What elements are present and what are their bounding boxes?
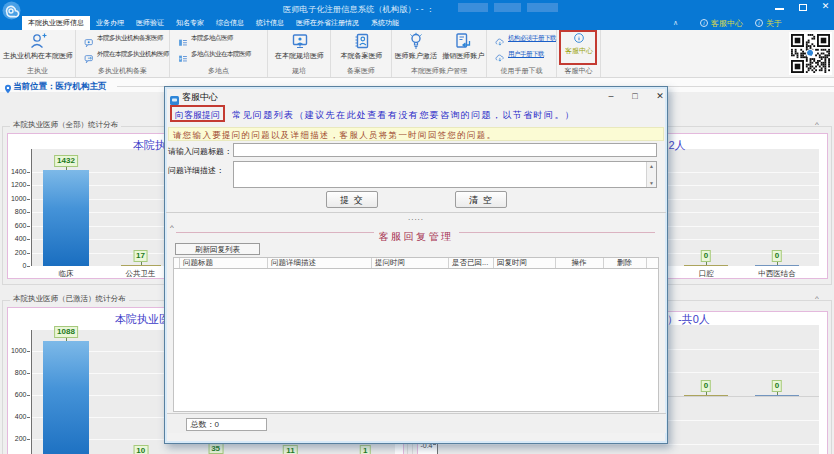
y-tick-mark [27, 395, 30, 396]
ribbon-button-多地点执业在本院医师[interactable]: 多地点执业在本院医师 [178, 49, 251, 61]
table-header-删除[interactable]: 删除 [604, 258, 647, 268]
ribbon-button-本院多执业机构备案医师[interactable]: 本院多执业机构备案医师 [84, 33, 163, 45]
value-label: 0 [772, 250, 782, 262]
tab-4[interactable]: 综合信息 [210, 16, 250, 30]
ribbon-button-本院多地点医师[interactable]: 本院多地点医师 [178, 33, 233, 45]
question-detail-textarea[interactable]: ▲ ▼ [233, 161, 657, 188]
redacted-text-block [494, 3, 521, 12]
chat-person-out-icon [84, 54, 94, 64]
annotation-box-ribbon [559, 30, 597, 65]
window-minimize-button[interactable] [775, 8, 784, 10]
scroll-up-icon[interactable]: ▲ [647, 163, 656, 169]
ribbon-button-本院备案医师[interactable]: 本院备案医师 [331, 31, 392, 61]
ribbon-group-label: 使用手册下载 [487, 66, 556, 76]
y-tick-label: 800 [3, 208, 27, 215]
list-icon [178, 38, 188, 48]
table-header-问题标题[interactable]: 问题标题 [180, 258, 268, 268]
y-tick-label: 200 [3, 249, 27, 256]
value-connector [66, 338, 67, 342]
ribbon-button-在本院规培医师[interactable]: 在本院规培医师 [268, 31, 331, 61]
scroll-down-icon[interactable]: ▼ [647, 180, 656, 186]
tabbar-link-0[interactable]: i客服中心 [700, 18, 743, 29]
dialog-maximize-button[interactable]: □ [626, 89, 644, 103]
y-tick-mark [27, 212, 30, 213]
tab-5[interactable]: 统计信息 [250, 16, 290, 30]
value-label: 10 [133, 445, 148, 454]
submit-button[interactable]: 提 交 [326, 191, 378, 209]
y-tick-label: 800 [3, 369, 27, 376]
value-label: 17 [133, 250, 148, 262]
y-axis-0 [31, 149, 32, 267]
tab-6[interactable]: 医师在外省注册情况 [290, 16, 365, 30]
splitter-dots[interactable]: ..... [165, 214, 667, 221]
textarea-scrollbar[interactable]: ▲ ▼ [646, 162, 656, 187]
window-title: 医师电子化注册信息系统（机构版）- - ： [283, 4, 434, 15]
tabbar-right-cluster: ∧ i客服中心i关于 [673, 16, 782, 30]
chart-section-label-0: 本院执业医师（全部）统计分布 [10, 120, 121, 130]
dialog-info-banner-text: 请您输入要提问的问题以及详细描述，客服人员将第一时间回答您的问题。 [173, 130, 496, 142]
table-header-问题详细描述[interactable]: 问题详细描述 [268, 258, 372, 268]
ribbon-group-5: 本院医师账户管理医师账户激活撤销医师账户 [392, 30, 487, 77]
dialog-minimize-button[interactable]: – [602, 89, 620, 103]
section-collapse-icon[interactable]: ^ [815, 294, 819, 303]
ribbon-link-机构必读手册下载[interactable]: 机构必读手册下载 [495, 33, 556, 45]
clear-button[interactable]: 清 空 [455, 191, 507, 209]
table-header-提问时间[interactable]: 提问时间 [372, 258, 449, 268]
window-close-button[interactable]: ✕ [820, 1, 831, 12]
y-tick-label: 1000 [3, 195, 27, 202]
question-title-input[interactable] [233, 143, 657, 158]
ribbon-button-主执业机构在本院医师[interactable]: 主执业机构在本院医师 [0, 31, 76, 61]
y-tick-mark [27, 226, 30, 227]
ribbon-button-外院在本院多执业机构医师[interactable]: 外院在本院多执业机构医师 [84, 49, 169, 61]
table-header-8[interactable] [647, 258, 658, 268]
ribbon-tabs: 本院执业医师信息业务办理医师验证知名专家综合信息统计信息医师在外省注册情况系统功… [22, 16, 405, 30]
ribbon-group-label: 规培 [268, 66, 330, 76]
table-header-回复时间[interactable]: 回复时间 [494, 258, 556, 268]
reply-section-title: 客服回复管理 [374, 230, 459, 244]
doc-undo-icon [454, 32, 472, 50]
dialog-titlebar[interactable]: 客服中心 – □ ✕ [167, 89, 665, 105]
value-connector [706, 262, 707, 266]
value-connector [777, 262, 778, 266]
refresh-reply-list-button[interactable]: 刷新回复列表 [175, 243, 260, 255]
collapse-ribbon-icon[interactable]: ∧ [673, 19, 678, 27]
y-tick-label: 1000 [3, 347, 27, 354]
y-tick-mark [27, 351, 30, 352]
y-tick-mark [27, 253, 30, 254]
tab-1[interactable]: 业务办理 [90, 16, 130, 30]
gridline [437, 444, 820, 445]
reply-table: 问题标题问题详细描述提问时间是否已回...回复时间操作删除 [173, 257, 659, 412]
chart-title-fragment-1: 2人 [669, 138, 686, 153]
tab-7[interactable]: 系统功能 [365, 16, 405, 30]
value-connector [706, 392, 707, 396]
app-logo-icon [2, 1, 21, 20]
table-header-操作[interactable]: 操作 [556, 258, 604, 268]
table-header-是否已回...[interactable]: 是否已回... [449, 258, 494, 268]
ribbon-button-撤销医师账户[interactable]: 撤销医师账户 [440, 31, 488, 61]
value-label: 0 [701, 250, 711, 262]
value-connector [777, 392, 778, 396]
tabbar-link-1[interactable]: i关于 [755, 18, 782, 29]
window-maximize-button[interactable] [799, 4, 807, 11]
cloud-down-icon [495, 38, 505, 48]
chat-person-icon [84, 38, 94, 48]
ribbon-tabbar: 本院执业医师信息业务办理医师验证知名专家综合信息统计信息医师在外省注册情况系统功… [0, 16, 834, 30]
ribbon-group-2: 多地点本院多地点医师多地点执业在本院医师 [170, 30, 268, 77]
tab-3[interactable]: 知名专家 [170, 16, 210, 30]
y-tick-label: 600 [3, 222, 27, 229]
tab-0[interactable]: 本院执业医师信息 [22, 16, 90, 30]
dialog-tab-faq[interactable]: 常见问题列表（建议先在此处查看有没有您要咨询的问题，以节省时间。） [232, 109, 575, 122]
section-collapse-icon[interactable]: ^ [815, 120, 819, 129]
dialog-close-button[interactable]: ✕ [651, 89, 669, 103]
ribbon-group-label: 多地点 [170, 66, 267, 76]
ribbon-button-医师账户激活[interactable]: 医师账户激活 [392, 31, 440, 61]
monitor-person-icon [291, 32, 309, 50]
y-tick-label: 600 [3, 391, 27, 398]
tab-2[interactable]: 医师验证 [130, 16, 170, 30]
y-tick-mark [27, 185, 30, 186]
value-label: 0 [772, 380, 782, 392]
y-tick-mark [27, 172, 30, 173]
y-tick-label: 400 [3, 235, 27, 242]
ribbon-link-用户手册下载[interactable]: 用户手册下载 [495, 49, 544, 61]
chart-title-fragment-3: ）-共0人 [667, 312, 710, 327]
